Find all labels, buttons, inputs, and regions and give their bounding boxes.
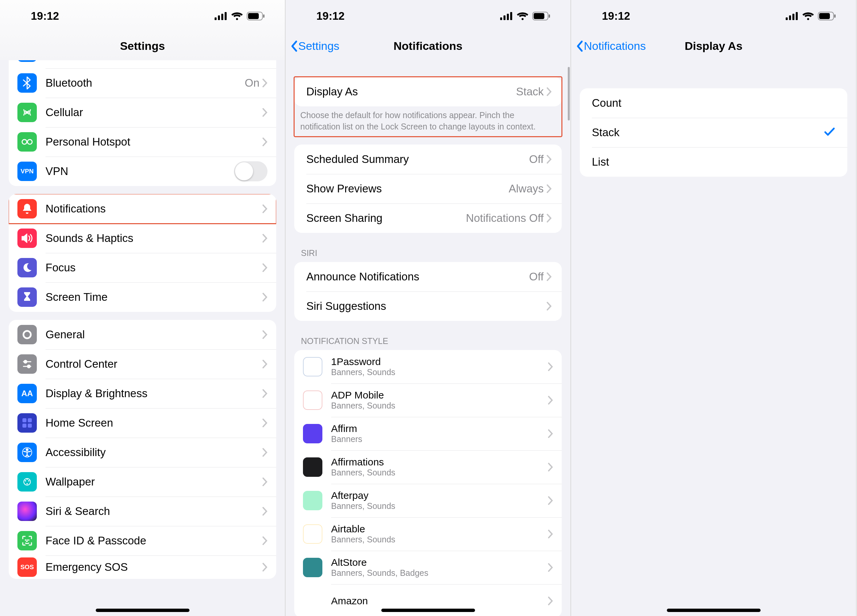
svg-rect-3 [224, 12, 227, 20]
app-row[interactable]: AfterpayBanners, Sounds [294, 484, 562, 517]
back-button[interactable]: Settings [286, 40, 339, 52]
settings-row-notifications[interactable]: Notifications [9, 194, 276, 224]
option-label: List [592, 156, 835, 168]
svg-rect-31 [549, 14, 550, 18]
row-show-previews[interactable]: Show Previews Always [294, 174, 562, 204]
settings-row-faceid[interactable]: Face ID & Passcode [9, 526, 276, 556]
svg-rect-2 [221, 14, 223, 20]
chevron-right-icon [262, 204, 268, 213]
app-row[interactable]: AffirmationsBanners, Sounds [294, 450, 562, 484]
app-icon [303, 491, 322, 510]
app-row[interactable]: AirtableBanners, Sounds [294, 517, 562, 551]
section-header-style: NOTIFICATION STYLE [286, 331, 571, 350]
svg-rect-32 [786, 17, 788, 20]
back-button[interactable]: Notifications [571, 40, 646, 52]
settings-row-bluetooth[interactable]: Bluetooth On [9, 68, 276, 98]
settings-row-display[interactable]: AA Display & Brightness [9, 379, 276, 408]
faceid-icon [17, 531, 37, 550]
chevron-right-icon [546, 87, 552, 96]
svg-rect-0 [215, 17, 217, 20]
settings-row-vpn[interactable]: VPN VPN [9, 157, 276, 186]
screen-settings: 19:12 Settings Bluetooth On [0, 0, 286, 616]
app-name: Airtable [331, 523, 548, 535]
svg-rect-5 [248, 13, 259, 19]
wifi-icon [231, 12, 243, 20]
row-scheduled-summary[interactable]: Scheduled Summary Off [294, 145, 562, 174]
app-icon [303, 524, 322, 544]
chevron-right-icon [262, 233, 268, 243]
app-row[interactable]: AltStoreBanners, Sounds, Badges [294, 551, 562, 584]
svg-point-19 [26, 449, 28, 451]
svg-point-12 [24, 360, 27, 363]
settings-row-accessibility[interactable]: Accessibility [9, 438, 276, 467]
scroller[interactable]: CountStackList [571, 60, 856, 616]
settings-row-controlcenter[interactable]: Control Center [9, 349, 276, 379]
svg-point-23 [26, 483, 28, 485]
chevron-right-icon [548, 496, 553, 505]
app-row[interactable]: AffirmBanners [294, 417, 562, 450]
option-label: Stack [592, 126, 824, 139]
chevron-left-icon [290, 40, 298, 52]
chevron-right-icon [548, 530, 553, 539]
display-as-footer: Choose the default for how notifications… [294, 107, 562, 136]
app-icon [303, 457, 322, 477]
chevron-right-icon [546, 154, 552, 164]
chevron-right-icon [262, 477, 268, 486]
vpn-icon: VPN [17, 162, 37, 181]
app-row[interactable]: ADP MobileBanners, Sounds [294, 383, 562, 417]
nav-header: Notifications Display As [571, 32, 856, 60]
page-title: Settings [0, 40, 285, 52]
settings-row-sos[interactable]: SOS Emergency SOS [9, 556, 276, 579]
row-display-as[interactable]: Display As Stack [294, 77, 562, 107]
settings-row-cellular[interactable]: Cellular [9, 98, 276, 127]
chevron-right-icon [262, 108, 268, 117]
chevron-right-icon [262, 418, 268, 428]
row-screen-sharing[interactable]: Screen Sharing Notifications Off [294, 204, 562, 233]
option-row[interactable]: Stack [580, 118, 847, 147]
battery-icon [818, 12, 836, 20]
app-row[interactable]: 1PasswordBanners, Sounds [294, 350, 562, 383]
scroller[interactable]: Display As Stack Choose the default for … [286, 60, 571, 616]
sounds-icon [17, 228, 37, 248]
row-announce[interactable]: Announce Notifications Off [294, 262, 562, 292]
svg-point-11 [26, 333, 28, 336]
chevron-right-icon [262, 506, 268, 516]
cellular-icon [215, 12, 227, 20]
settings-row-general[interactable]: General [9, 320, 276, 349]
vpn-switch[interactable] [234, 161, 268, 181]
home-indicator[interactable] [381, 609, 475, 612]
app-name: Amazon [331, 595, 548, 607]
settings-row-screentime[interactable]: Screen Time [9, 283, 276, 312]
chevron-right-icon [262, 78, 268, 88]
app-name: ADP Mobile [331, 389, 548, 401]
settings-row-partial[interactable] [9, 60, 276, 68]
settings-row-wallpaper[interactable]: Wallpaper [9, 467, 276, 497]
controlcenter-icon [17, 354, 37, 374]
option-row[interactable]: Count [580, 88, 847, 118]
chevron-right-icon [262, 562, 268, 572]
settings-row-hotspot[interactable]: Personal Hotspot [9, 127, 276, 157]
chevron-right-icon [548, 462, 553, 472]
wifi-icon [517, 12, 528, 20]
row-siri-suggestions[interactable]: Siri Suggestions [294, 292, 562, 321]
home-indicator[interactable] [667, 609, 761, 612]
svg-rect-27 [507, 14, 509, 20]
option-label: Count [592, 97, 835, 110]
battery-icon [247, 12, 265, 20]
status-bar: 19:12 [571, 0, 856, 32]
svg-rect-1 [218, 15, 220, 20]
scroller[interactable]: Bluetooth On Cellular Personal Hotspot V… [0, 60, 285, 616]
chevron-right-icon [262, 389, 268, 398]
option-row[interactable]: List [580, 147, 847, 177]
settings-row-focus[interactable]: Focus [9, 253, 276, 283]
svg-rect-26 [503, 15, 506, 20]
settings-row-siri[interactable]: Siri & Search [9, 497, 276, 526]
svg-point-24 [26, 479, 28, 480]
svg-rect-6 [263, 14, 265, 18]
settings-row-homescreen[interactable]: Home Screen [9, 408, 276, 438]
scrollbar[interactable] [568, 67, 570, 120]
settings-row-sounds[interactable]: Sounds & Haptics [9, 224, 276, 253]
home-indicator[interactable] [96, 609, 189, 612]
chevron-right-icon [546, 213, 552, 223]
svg-rect-37 [819, 13, 830, 19]
